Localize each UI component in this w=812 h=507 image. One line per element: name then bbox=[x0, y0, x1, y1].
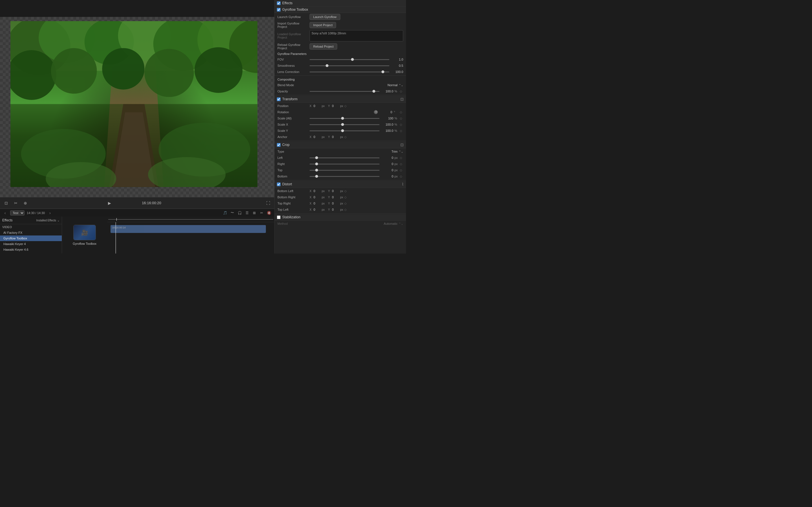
crop-top-value: 0 bbox=[380, 168, 393, 172]
top-left-x-value[interactable]: 0 bbox=[313, 208, 320, 211]
smoothness-label: Smoothness bbox=[277, 64, 308, 67]
smoothness-slider[interactable] bbox=[310, 65, 389, 66]
reload-project-button[interactable]: Reload Project bbox=[310, 43, 337, 50]
scale-all-row: Scale (All) 100 % ◇ bbox=[274, 115, 406, 121]
stabilization-section-header: Stabilization bbox=[274, 214, 406, 221]
crop-bottom-reset[interactable]: ◇ bbox=[400, 175, 403, 178]
effect-item-ai-factory[interactable]: AI Factory FX bbox=[0, 230, 62, 235]
crop-checkbox[interactable] bbox=[277, 143, 281, 147]
position-reset[interactable]: ◇ bbox=[344, 104, 348, 108]
top-left-y-value[interactable]: 0 bbox=[332, 208, 339, 211]
top-right-x-value[interactable]: 0 bbox=[313, 202, 320, 205]
opacity-reset[interactable]: ◇ bbox=[400, 90, 403, 93]
loaded-project-value: Sony a7sIII 1080p 28mm bbox=[310, 30, 403, 41]
mute-button[interactable]: 🔇 bbox=[266, 210, 272, 216]
position-row: Position X 0 px Y 0 px ◇ bbox=[274, 103, 406, 109]
top-left-reset[interactable]: ◇ bbox=[344, 208, 348, 212]
effects-checkbox[interactable] bbox=[277, 1, 281, 5]
aspect-ratio-button[interactable]: ⊡ bbox=[3, 200, 10, 207]
scale-all-value: 100 bbox=[380, 117, 393, 120]
nav-next-button[interactable]: › bbox=[47, 210, 53, 216]
crop-top-slider[interactable] bbox=[310, 170, 379, 171]
audio-meter-button[interactable]: 🎵 bbox=[222, 210, 228, 216]
crop-type-chevron[interactable]: ⌃⌄ bbox=[399, 150, 403, 153]
position-x-value[interactable]: 0 bbox=[313, 104, 320, 108]
bottom-right-y-value[interactable]: 0 bbox=[332, 195, 339, 199]
multicam-button[interactable]: ⊞ bbox=[251, 210, 257, 216]
fullscreen-button[interactable]: ⛶ bbox=[265, 200, 271, 207]
rotation-wheel[interactable] bbox=[374, 110, 378, 114]
crop-left-reset[interactable]: ◇ bbox=[400, 156, 403, 160]
anchor-label: Anchor bbox=[277, 135, 308, 138]
effect-item-gyroflow[interactable]: Gyroflow Toolbox bbox=[0, 235, 62, 241]
installed-dropdown-icon[interactable]: ⌄ bbox=[57, 219, 59, 222]
bottom-right-x-value[interactable]: 0 bbox=[313, 195, 320, 199]
opacity-slider[interactable] bbox=[310, 91, 379, 92]
right-panel: Effects Gyroflow Toolbox Launch Gyroflow… bbox=[274, 0, 406, 253]
scale-y-unit: % bbox=[395, 129, 399, 132]
scale-x-reset[interactable]: ◇ bbox=[400, 123, 403, 126]
top-right-x-label: X bbox=[310, 202, 312, 205]
method-value: Automatic bbox=[384, 222, 398, 225]
launch-gyroflow-button[interactable]: Launch Gyroflow bbox=[310, 14, 340, 20]
fov-slider[interactable] bbox=[310, 59, 389, 60]
bottom-left-x-value[interactable]: 0 bbox=[313, 189, 320, 193]
anchor-x-value[interactable]: 0 bbox=[313, 135, 320, 138]
crop-right-reset[interactable]: ◇ bbox=[400, 162, 403, 166]
gyroflow-section-header: Gyroflow Toolbox bbox=[274, 6, 406, 13]
crop-bottom-label: Bottom bbox=[277, 175, 308, 178]
solo-button[interactable]: ☰ bbox=[244, 210, 250, 216]
trim-button[interactable]: ✂ bbox=[259, 210, 265, 216]
bottom-right-reset[interactable]: ◇ bbox=[344, 195, 348, 199]
top-left-label: Top Left bbox=[277, 208, 308, 211]
opacity-value: 100.0 bbox=[380, 90, 393, 93]
crop-bottom-value: 0 bbox=[380, 175, 393, 178]
nav-prev-button[interactable]: ‹ bbox=[2, 210, 8, 216]
transform-section-title: Transform bbox=[282, 97, 399, 101]
scale-y-slider[interactable] bbox=[310, 130, 379, 131]
stabilization-checkbox[interactable] bbox=[277, 216, 281, 219]
bottom-right-y-unit: px bbox=[340, 196, 343, 199]
crop-left-slider[interactable] bbox=[310, 158, 379, 158]
overlay-button[interactable]: ⊕ bbox=[22, 200, 29, 207]
effect-item-hawaiki4[interactable]: Hawaiki Keyer 4 bbox=[0, 241, 62, 247]
transform-checkbox[interactable] bbox=[277, 98, 281, 101]
bottom-right-x-label: X bbox=[310, 196, 312, 199]
distort-section-icon: ⌇ bbox=[402, 182, 404, 186]
crop-right-unit: px bbox=[395, 162, 399, 166]
play-button[interactable]: ▶ bbox=[106, 200, 113, 207]
crop-right-slider[interactable] bbox=[310, 164, 379, 165]
transform-tool-button[interactable]: ✂ bbox=[12, 200, 19, 207]
anchor-reset[interactable]: ◇ bbox=[344, 135, 348, 139]
scale-y-reset[interactable]: ◇ bbox=[400, 129, 403, 133]
crop-bottom-unit: px bbox=[395, 175, 399, 178]
scale-all-slider[interactable] bbox=[310, 118, 379, 119]
scale-all-unit: % bbox=[395, 117, 399, 120]
position-y-value[interactable]: 0 bbox=[332, 104, 339, 108]
crop-top-reset[interactable]: ◇ bbox=[400, 168, 403, 172]
gyroflow-checkbox[interactable] bbox=[277, 8, 281, 11]
distort-checkbox[interactable] bbox=[277, 182, 281, 186]
method-label: Method bbox=[277, 222, 308, 225]
waveform-button[interactable]: 〜 bbox=[229, 210, 236, 216]
fov-label: FOV bbox=[277, 58, 308, 61]
top-right-y-value[interactable]: 0 bbox=[332, 202, 339, 205]
rotation-reset[interactable]: ◇ bbox=[400, 110, 403, 114]
blend-mode-chevron[interactable]: ⌃⌄ bbox=[399, 83, 403, 87]
bottom-left-y-value[interactable]: 0 bbox=[332, 189, 339, 193]
top-right-reset[interactable]: ◇ bbox=[344, 202, 348, 205]
scale-x-value: 100.0 bbox=[380, 123, 393, 126]
top-left-row: Top Left X 0 px Y 0 px ◇ bbox=[274, 207, 406, 213]
import-project-button[interactable]: Import Project bbox=[310, 22, 336, 28]
headphone-button[interactable]: 🎧 bbox=[237, 210, 243, 216]
anchor-y-value[interactable]: 0 bbox=[332, 135, 339, 138]
rotation-unit: ° bbox=[394, 110, 398, 114]
bottom-left-reset[interactable]: ◇ bbox=[344, 189, 348, 193]
timeline-select[interactable]: Test bbox=[10, 210, 24, 216]
crop-bottom-slider[interactable] bbox=[310, 176, 379, 177]
scale-all-reset[interactable]: ◇ bbox=[400, 117, 403, 120]
scale-x-slider[interactable] bbox=[310, 124, 379, 125]
lens-correction-slider[interactable] bbox=[310, 71, 389, 72]
blend-mode-value: Normal bbox=[385, 83, 398, 87]
effect-item-hawaiki46[interactable]: Hawaiki Keyer 4.6 bbox=[0, 247, 62, 252]
